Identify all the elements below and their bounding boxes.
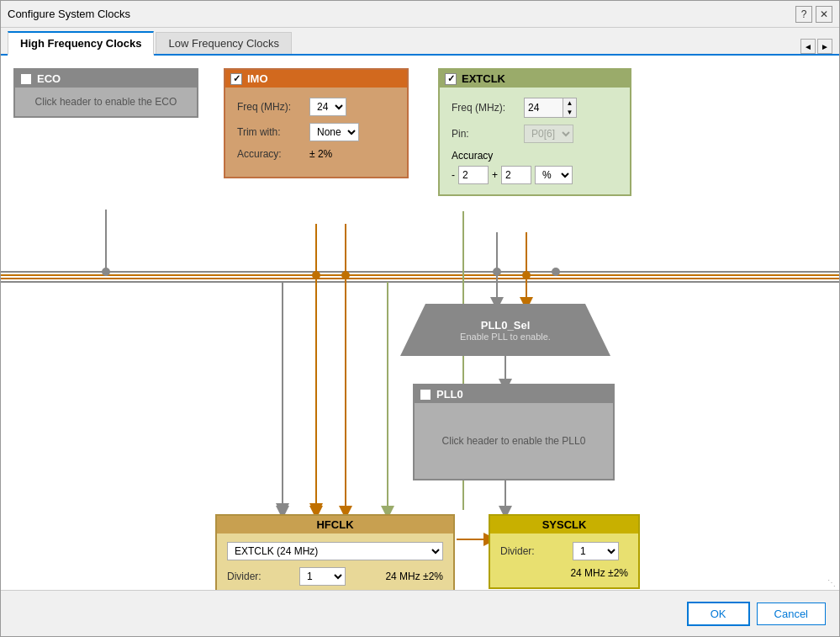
tab-next-button[interactable]: ►: [817, 39, 832, 54]
extclk-acc-val1-input[interactable]: [458, 166, 489, 184]
extclk-accuracy-label: Accuracy: [452, 150, 618, 162]
pll0-header[interactable]: PLL0: [415, 385, 613, 403]
sysclk-header[interactable]: SYSCLK: [490, 516, 638, 533]
extclk-acc-unit-select[interactable]: %: [535, 166, 573, 184]
extclk-acc-val2-input[interactable]: [501, 166, 531, 184]
extclk-block: EXTCLK Freq (MHz): ▲ ▼: [438, 68, 631, 196]
extclk-checkbox[interactable]: [445, 73, 457, 85]
imo-accuracy-row: Accuracy: ± 2%: [237, 148, 395, 160]
imo-accuracy-label: Accuracy:: [237, 148, 304, 160]
svg-point-4: [102, 268, 110, 276]
svg-point-8: [522, 271, 531, 279]
tab-navigation: ◄ ►: [800, 39, 832, 54]
ok-button[interactable]: OK: [687, 602, 750, 626]
extclk-title: EXTCLK: [462, 72, 505, 85]
extclk-freq-up[interactable]: ▲: [563, 98, 576, 108]
hfclk-divider-select[interactable]: 1: [299, 567, 346, 586]
eco-title: ECO: [37, 72, 61, 85]
extclk-freq-spin[interactable]: ▲ ▼: [524, 98, 577, 118]
imo-header[interactable]: IMO: [225, 70, 407, 88]
pll0-sel-title: PLL0_Sel: [481, 319, 531, 332]
dialog-title: Configure System Clocks: [8, 8, 130, 20]
pll0-checkbox[interactable]: [420, 389, 431, 401]
dialog: Configure System Clocks ? ✕ High Frequen…: [0, 0, 840, 637]
pll0-title: PLL0: [436, 388, 463, 401]
pll0-sel-subtitle: Enable PLL to enable.: [460, 332, 551, 342]
cancel-button[interactable]: Cancel: [757, 602, 826, 625]
imo-accuracy-value: ± 2%: [309, 148, 332, 160]
hfclk-divider-row: Divider: 1 24 MHz ±2%: [227, 567, 443, 586]
imo-trim-select[interactable]: None: [309, 123, 359, 141]
imo-freq-label: Freq (MHz):: [237, 101, 304, 113]
diagram-area: ECO Click header to enable the ECO IMO F…: [1, 56, 839, 590]
imo-trim-label: Trim with:: [237, 126, 304, 138]
hfclk-block: HFCLK EXTCLK (24 MHz) Divider: 1 24 MHz …: [215, 514, 455, 590]
extclk-pin-label: Pin:: [452, 128, 519, 140]
sysclk-divider-row: Divider: 1: [500, 542, 628, 560]
extclk-freq-label: Freq (MHz):: [452, 102, 519, 114]
sysclk-freq-text: 24 MHz ±2%: [500, 567, 628, 579]
title-bar-buttons: ? ✕: [795, 6, 832, 23]
sysclk-divider-select[interactable]: 1: [573, 542, 619, 560]
extclk-freq-row: Freq (MHz): ▲ ▼: [452, 98, 618, 118]
svg-point-9: [552, 268, 560, 276]
sysclk-block: SYSCLK Divider: 1 24 MHz ±2%: [489, 514, 640, 589]
sysclk-title: SYSCLK: [542, 518, 587, 531]
imo-freq-row: Freq (MHz): 24: [237, 98, 395, 116]
pll0-body-text: Click header to enable the PLL0: [442, 435, 586, 447]
title-bar: Configure System Clocks ? ✕: [1, 1, 839, 28]
svg-point-7: [493, 268, 501, 276]
eco-body-text: Click header to enable the ECO: [35, 96, 177, 108]
imo-checkbox[interactable]: [230, 73, 242, 85]
tab-prev-button[interactable]: ◄: [800, 39, 816, 54]
imo-title: IMO: [247, 72, 268, 85]
main-content: ECO Click header to enable the ECO IMO F…: [1, 56, 839, 590]
help-button[interactable]: ?: [795, 6, 812, 23]
sysclk-divider-label: Divider:: [500, 545, 568, 557]
tab-high-frequency[interactable]: High Frequency Clocks: [8, 31, 154, 56]
extclk-freq-input[interactable]: [525, 98, 563, 117]
extclk-acc-minus: -: [452, 169, 455, 181]
hfclk-header[interactable]: HFCLK: [217, 516, 453, 533]
imo-block: IMO Freq (MHz): 24 Trim with: None: [224, 68, 409, 178]
hfclk-source-select[interactable]: EXTCLK (24 MHz): [227, 542, 443, 560]
hfclk-divider-label: Divider:: [227, 571, 294, 582]
pll0-sel-shape: PLL0_Sel Enable PLL to enable.: [400, 304, 610, 356]
extclk-freq-spinbtns: ▲ ▼: [563, 98, 576, 117]
tab-bar: High Frequency Clocks Low Frequency Cloc…: [1, 28, 839, 56]
resize-handle[interactable]: ⋱: [827, 578, 836, 587]
imo-trim-row: Trim with: None: [237, 123, 395, 141]
button-area: OK Cancel: [1, 590, 839, 636]
extclk-freq-down[interactable]: ▼: [563, 108, 576, 117]
hfclk-freq-text: 24 MHz ±2%: [385, 571, 443, 582]
eco-checkbox[interactable]: [20, 73, 32, 85]
extclk-pin-select[interactable]: P0[6]: [524, 125, 573, 143]
eco-header[interactable]: ECO: [15, 70, 197, 88]
eco-block: ECO Click header to enable the ECO: [13, 68, 198, 118]
tab-low-frequency[interactable]: Low Frequency Clocks: [156, 32, 292, 54]
extclk-accuracy-row: - + %: [452, 166, 618, 184]
hfclk-title: HFCLK: [316, 518, 353, 531]
svg-point-5: [312, 271, 320, 279]
close-button[interactable]: ✕: [816, 6, 832, 23]
svg-point-6: [341, 271, 350, 279]
imo-freq-select[interactable]: 24: [309, 98, 346, 116]
extclk-acc-plus: +: [492, 169, 498, 181]
pll0-sel-container: PLL0_Sel Enable PLL to enable.: [400, 304, 610, 356]
extclk-header[interactable]: EXTCLK: [440, 70, 630, 88]
hfclk-source-row: EXTCLK (24 MHz): [227, 542, 443, 560]
pll0-block: PLL0 Click header to enable the PLL0: [413, 384, 615, 480]
extclk-pin-row: Pin: P0[6]: [452, 125, 618, 143]
